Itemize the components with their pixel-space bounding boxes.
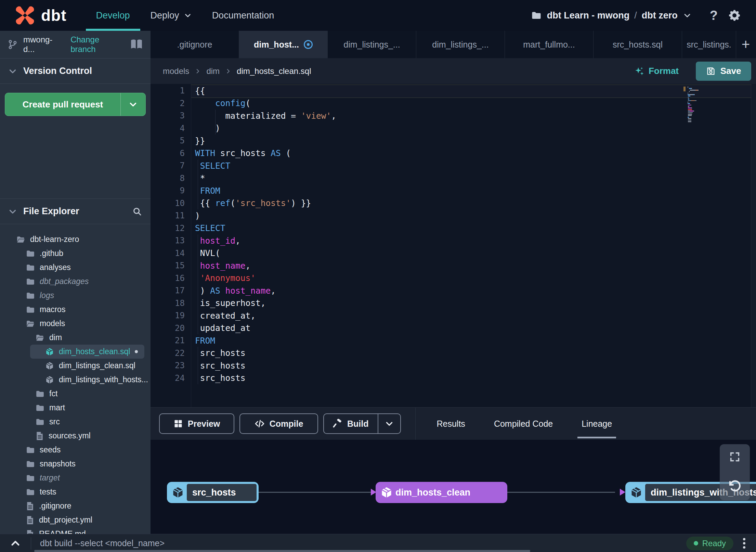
code-line-14[interactable]: 14 NVL( [151, 247, 756, 260]
editor-scrollbar[interactable] [751, 84, 756, 407]
tree-item-dim-listings-with-hosts[interactable]: dim_listings_with_hosts... [0, 373, 151, 387]
horizontal-scrollbar[interactable] [34, 550, 530, 552]
editor-tab-src-hosts-sql[interactable]: src_hosts.sql [594, 31, 682, 58]
lineage-node-dim-hosts-clean[interactable]: dim_hosts_clean [376, 482, 507, 503]
build-button[interactable]: Build [324, 414, 378, 433]
command-input[interactable]: dbt build --select <model_name> [40, 538, 165, 548]
tree-item-sources-yml[interactable]: sources.yml [0, 429, 151, 443]
breadcrumb-models[interactable]: models [163, 66, 189, 76]
status-badge[interactable]: Ready [686, 537, 733, 550]
tree-item-dim[interactable]: dim [0, 331, 151, 345]
tree-item-fct[interactable]: fct [0, 387, 151, 401]
code-line-3[interactable]: 3 materialized = 'view', [151, 110, 756, 122]
docs-book-icon[interactable] [130, 39, 143, 50]
tree-item-dbt-project-yml[interactable]: dbt_project.yml [0, 513, 151, 527]
tree-item-macros[interactable]: macros [0, 303, 151, 317]
editor-tab-dim-listings[interactable]: dim_listings_... [416, 31, 505, 58]
tree-item-tests[interactable]: tests [0, 485, 151, 499]
tree-item-src[interactable]: src [0, 415, 151, 429]
refresh-icon[interactable] [728, 479, 742, 493]
nav-item-develop[interactable]: Develop [86, 0, 140, 31]
code-line-15[interactable]: 15 host_name, [151, 259, 756, 272]
modified-indicator-icon [304, 40, 313, 49]
tree-item-dim-hosts-clean-sql[interactable]: dim_hosts_clean.sql [30, 345, 144, 359]
code-line-17[interactable]: 17 ) AS host_name, [151, 284, 756, 297]
code-line-6[interactable]: 6WITH src_hosts AS ( [151, 147, 756, 160]
minimap-line [688, 93, 709, 94]
code-line-16[interactable]: 16 'Anonymous' [151, 272, 756, 285]
code-line-8[interactable]: 8 * [151, 172, 756, 185]
file-explorer-header[interactable]: File Explorer [0, 198, 151, 224]
code-line-21[interactable]: 21FROM [151, 334, 756, 347]
breadcrumb-dim[interactable]: dim [206, 66, 220, 76]
tree-item-snapshots[interactable]: snapshots [0, 457, 151, 471]
project-name[interactable]: dbt zero [642, 10, 678, 21]
editor-tab-dim-listings[interactable]: dim_listings_... [328, 31, 416, 58]
tree-item-label: dim_hosts_clean.sql [59, 347, 130, 356]
code-line-19[interactable]: 19 created_at, [151, 309, 756, 322]
tree-item-target[interactable]: target [0, 471, 151, 485]
tree-item-analyses[interactable]: analyses [0, 260, 151, 274]
lineage-canvas[interactable]: src_hosts dim_hosts_clean dim_listings_w… [151, 440, 756, 534]
change-branch-link[interactable]: Change branch [70, 35, 125, 54]
version-control-header[interactable]: Version Control [0, 59, 151, 84]
tree-item-github[interactable]: .github [0, 246, 151, 260]
tab-results[interactable]: Results [422, 408, 480, 440]
nav-item-documentation[interactable]: Documentation [202, 0, 285, 31]
editor-tab-gitignore[interactable]: .gitignore [151, 31, 239, 58]
breadcrumb-file: dim_hosts_clean.sql [237, 66, 311, 76]
tree-item-models[interactable]: models [0, 317, 151, 331]
account-name[interactable]: dbt Learn - mwong [547, 10, 629, 21]
pr-dropdown-caret[interactable] [120, 93, 145, 116]
editor-tab-dim-host[interactable]: dim_host... [239, 31, 328, 58]
code-line-4[interactable]: 4 ) [151, 122, 756, 135]
help-button[interactable]: ? [705, 8, 722, 23]
preview-button[interactable]: Preview [159, 413, 234, 434]
gear-icon[interactable] [722, 9, 746, 22]
tree-item-mart[interactable]: mart [0, 401, 151, 415]
kebab-menu-icon[interactable] [733, 538, 755, 549]
editor-tab-mart-fullmo[interactable]: mart_fullmo... [505, 31, 594, 58]
build-dropdown-caret[interactable] [378, 414, 400, 433]
code-line-5[interactable]: 5}} [151, 134, 756, 147]
tab-lineage[interactable]: Lineage [567, 408, 626, 440]
tab-compiled-code[interactable]: Compiled Code [480, 408, 567, 440]
code-line-24[interactable]: 24 src_hosts [151, 372, 756, 385]
code-line-7[interactable]: 7 SELECT [151, 159, 756, 172]
minimap[interactable] [688, 87, 709, 123]
code-line-18[interactable]: 18 is_superhost, [151, 297, 756, 310]
dbt-logo[interactable]: dbt [0, 0, 86, 31]
code-line-22[interactable]: 22 src_hosts [151, 347, 756, 360]
editor-tab-bar: .gitignoredim_host...dim_listings_...dim… [151, 31, 756, 58]
compile-button[interactable]: Compile [239, 413, 318, 434]
fullscreen-icon[interactable] [729, 451, 741, 463]
save-button[interactable]: Save [696, 62, 751, 81]
editor-tab-src-listings[interactable]: src_listings. [682, 31, 736, 58]
tree-item-seeds[interactable]: seeds [0, 443, 151, 457]
new-tab-button[interactable]: + [736, 31, 755, 58]
tree-item-dbt-learn-zero[interactable]: dbt-learn-zero [0, 232, 151, 246]
code-editor[interactable]: 1{{2 config(3 materialized = 'view',4 )5… [151, 84, 756, 407]
code-line-13[interactable]: 13 host_id, [151, 234, 756, 247]
code-line-11[interactable]: 11) [151, 209, 756, 222]
code-line-20[interactable]: 20 updated_at [151, 322, 756, 335]
code-line-10[interactable]: 10 {{ ref('src_hosts') }} [151, 197, 756, 210]
chevron-up-icon[interactable] [0, 538, 31, 549]
lineage-edge [507, 492, 615, 493]
nav-item-deploy[interactable]: Deploy [140, 0, 202, 31]
create-pull-request-button[interactable]: Create pull request [5, 93, 146, 116]
code-line-2[interactable]: 2 config( [151, 97, 756, 110]
lineage-node-src-hosts[interactable]: src_hosts [167, 482, 259, 503]
format-button[interactable]: Format [634, 66, 679, 76]
tree-item-dim-listings-clean-sql[interactable]: dim_listings_clean.sql [0, 359, 151, 373]
code-line-23[interactable]: 23 src_hosts [151, 359, 756, 372]
tree-item-readme-md[interactable]: README.md [0, 527, 151, 534]
code-line-12[interactable]: 12SELECT [151, 222, 756, 235]
search-icon[interactable] [132, 206, 142, 217]
tree-item-dbt-packages[interactable]: dbt_packages [0, 274, 151, 288]
chevron-down-icon[interactable] [678, 11, 697, 20]
code-line-9[interactable]: 9 FROM [151, 184, 756, 197]
tree-item-gitignore[interactable]: .gitignore [0, 499, 151, 513]
tree-item-logs[interactable]: logs [0, 288, 151, 303]
code-line-1[interactable]: 1{{ [151, 85, 756, 97]
